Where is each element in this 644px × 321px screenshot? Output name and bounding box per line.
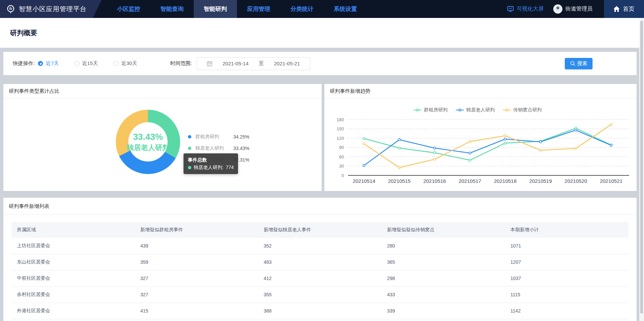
svg-text:20210517: 20210517 bbox=[458, 178, 481, 184]
svg-text:20210521: 20210521 bbox=[600, 178, 623, 184]
home-icon bbox=[614, 6, 620, 12]
table-cell: 359 bbox=[135, 254, 258, 270]
nav-right: 可视化大屏 街道管理员 首页 bbox=[507, 0, 644, 18]
nav-item-stats[interactable]: 分类统计 bbox=[280, 0, 324, 18]
table-cell: 483 bbox=[258, 254, 382, 270]
calendar-icon bbox=[207, 61, 212, 66]
table-column-header: 所属区域 bbox=[12, 222, 135, 238]
date-start-value: 2021-05-14 bbox=[222, 61, 249, 66]
page-title: 研判概要 bbox=[10, 28, 37, 38]
events-table-head: 所属区域新增疑似群租房事件新增疑似独居老人事件新增疑似疑似传销窝点本期新增小计 bbox=[12, 222, 628, 238]
table-cell: 1207 bbox=[505, 254, 628, 270]
table-cell: 280 bbox=[382, 238, 505, 254]
visualization-label: 可视化大屏 bbox=[517, 5, 544, 13]
date-range-input[interactable]: 2021-05-14 至 2021-05-21 bbox=[197, 57, 310, 70]
svg-text:20210514: 20210514 bbox=[353, 178, 375, 184]
search-button[interactable]: 搜索 bbox=[565, 58, 593, 69]
nav-item-monitor[interactable]: 小区监控 bbox=[107, 0, 150, 18]
legend-dot bbox=[188, 135, 191, 138]
table-cell: 415 bbox=[135, 303, 258, 319]
table-cell: 外港社区居委会 bbox=[12, 303, 135, 319]
table-cell: 388 bbox=[258, 303, 382, 319]
chart-tooltip: 事件总数 独居老人研判: 774 bbox=[184, 153, 238, 174]
legend-item-group-rental[interactable]: 群租房研判 34.25% bbox=[188, 133, 249, 140]
svg-text:20210518: 20210518 bbox=[494, 178, 517, 184]
trend-card-title: 研判事件新增趋势 bbox=[324, 84, 637, 98]
trend-chart-card: 研判事件新增趋势 群租房研判 独居老人研判 传销窝点研判 03060901201… bbox=[324, 84, 637, 191]
radio-circle bbox=[38, 61, 43, 66]
nav-menu: 小区监控 智能查询 智能研判 应用管理 分类统计 系统设置 bbox=[107, 0, 367, 18]
title-bar: 研判概要 bbox=[0, 18, 644, 48]
table-row: 东山社区居委会3594833651207 bbox=[12, 254, 628, 270]
brand-title: 智慧小区应用管理平台 bbox=[19, 5, 87, 14]
table-cell: 433 bbox=[382, 286, 505, 303]
filter-card: 快捷操作: 近7天 近15天 近30天 时间范围: bbox=[3, 52, 637, 75]
nav-item-analysis[interactable]: 智能研判 bbox=[194, 0, 237, 18]
nav-item-apps[interactable]: 应用管理 bbox=[237, 0, 280, 18]
donut-center-percent: 33.43% bbox=[133, 132, 163, 142]
pie-chart-card: 研判事件类型累计占比 33.43% 独居老人研判 群租房研判 34.25% 独居… bbox=[3, 84, 322, 191]
user-name: 街道管理员 bbox=[565, 5, 593, 13]
donut-center-series: 独居老人研判 bbox=[127, 143, 169, 152]
events-table-card: 研判事件新增列表 所属区域新增疑似群租房事件新增疑似独居老人事件新增疑似疑似传销… bbox=[3, 198, 637, 321]
table-cell: 355 bbox=[258, 286, 382, 303]
visualization-link[interactable]: 可视化大屏 bbox=[507, 0, 544, 18]
events-table-body: 上坊社区居委会4393522801071东山社区居委会3594833651207… bbox=[12, 238, 628, 319]
radio-last-15-days[interactable]: 近15天 bbox=[74, 60, 98, 67]
time-range-label: 时间范围: bbox=[170, 60, 192, 67]
trend-line-chart[interactable]: 0306090120150180202105142021051520210516… bbox=[324, 110, 637, 190]
user-avatar bbox=[553, 4, 562, 14]
table-cell: 余村社区居委会 bbox=[12, 286, 135, 303]
table-column-header: 新增疑似群租房事件 bbox=[135, 222, 258, 238]
table-cell: 412 bbox=[258, 270, 382, 286]
svg-text:150: 150 bbox=[337, 126, 344, 131]
nav-item-query[interactable]: 智能查询 bbox=[150, 0, 194, 18]
table-cell: 东山社区居委会 bbox=[12, 254, 135, 270]
scrollbar-thumb[interactable] bbox=[640, 21, 643, 314]
svg-text:20210519: 20210519 bbox=[529, 178, 552, 184]
dashboard-screen-icon bbox=[507, 6, 514, 12]
table-cell: 439 bbox=[135, 238, 258, 254]
table-header-row: 所属区域新增疑似群租房事件新增疑似独居老人事件新增疑似疑似传销窝点本期新增小计 bbox=[12, 222, 628, 238]
top-navbar: 智慧小区应用管理平台 小区监控 智能查询 智能研判 应用管理 分类统计 系统设置… bbox=[0, 0, 644, 18]
table-cell: 1071 bbox=[505, 238, 628, 254]
table-cell: 1115 bbox=[505, 286, 628, 303]
table-cell: 327 bbox=[135, 270, 258, 286]
home-button[interactable]: 首页 bbox=[604, 0, 644, 18]
svg-text:20210520: 20210520 bbox=[564, 178, 587, 184]
table-card-title: 研判事件新增列表 bbox=[3, 198, 637, 215]
content: 快捷操作: 近7天 近15天 近30天 时间范围: bbox=[0, 52, 644, 321]
scrollbar-track bbox=[639, 18, 644, 321]
table-column-header: 本期新增小计 bbox=[505, 222, 628, 238]
legend-dot bbox=[188, 147, 191, 150]
svg-text:90: 90 bbox=[339, 145, 344, 150]
table-column-header: 新增疑似疑似传销窝点 bbox=[382, 222, 505, 238]
table-cell: 298 bbox=[382, 270, 505, 286]
radio-circle bbox=[113, 61, 119, 66]
legend-item-elderly[interactable]: 独居老人研判 33.43% bbox=[188, 145, 249, 152]
tooltip-series-value: 774 bbox=[226, 164, 234, 171]
charts-row: 研判事件类型累计占比 33.43% 独居老人研判 群租房研判 34.25% 独居… bbox=[3, 84, 637, 191]
quick-actions-label: 快捷操作: bbox=[13, 60, 35, 67]
home-label: 首页 bbox=[623, 5, 635, 13]
radio-last-30-days[interactable]: 近30天 bbox=[113, 60, 137, 67]
table-cell: 1037 bbox=[505, 270, 628, 286]
radio-last-7-days[interactable]: 近7天 bbox=[38, 60, 59, 67]
tooltip-series-label: 独居老人研判: bbox=[194, 164, 223, 171]
table-row: 上坊社区居委会4393522801071 bbox=[12, 238, 628, 254]
nav-item-settings[interactable]: 系统设置 bbox=[324, 0, 367, 18]
brand[interactable]: 智慧小区应用管理平台 bbox=[0, 0, 102, 18]
table-column-header: 新增疑似独居老人事件 bbox=[258, 222, 382, 238]
radio-circle bbox=[74, 61, 80, 66]
table-cell: 上坊社区居委会 bbox=[12, 238, 135, 254]
search-icon bbox=[570, 61, 575, 66]
svg-text:60: 60 bbox=[339, 154, 344, 159]
date-separator: 至 bbox=[259, 60, 264, 67]
table-cell: 1142 bbox=[505, 303, 628, 319]
table-cell: 中前社区居委会 bbox=[12, 270, 135, 286]
brand-logo-icon bbox=[6, 4, 15, 14]
table-row: 余村社区居委会3273554331115 bbox=[12, 286, 628, 303]
user-menu[interactable]: 街道管理员 bbox=[553, 0, 593, 18]
table-row: 中前社区居委会3274122981037 bbox=[12, 270, 628, 286]
table-cell: 352 bbox=[258, 238, 382, 254]
